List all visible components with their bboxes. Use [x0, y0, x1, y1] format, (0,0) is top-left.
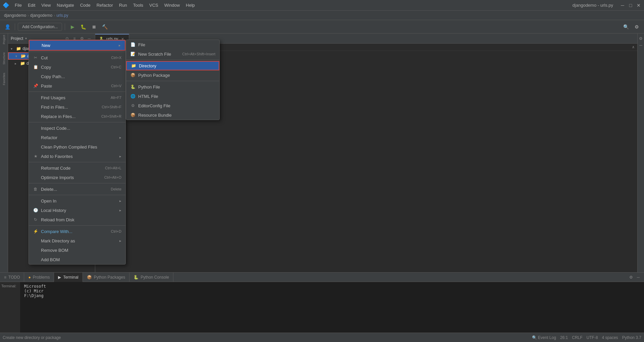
run-button[interactable]: ▶: [68, 22, 77, 32]
ctx-copy-path-label: Copy Path...: [41, 74, 65, 79]
terminal-gear-button[interactable]: ⚙: [628, 274, 634, 280]
ctx-inspect-code[interactable]: Inspect Code...: [29, 123, 125, 133]
status-crlf[interactable]: CRLF: [572, 335, 582, 340]
ctx-add-bom[interactable]: Add BOM: [29, 255, 125, 264]
ctx-clean-python-label: Clean Python Compiled Files: [41, 145, 97, 150]
ctx-copy-path[interactable]: Copy Path...: [29, 72, 125, 81]
ctx-open-in[interactable]: Open In ▸: [29, 196, 125, 206]
status-encoding[interactable]: UTF-8: [587, 335, 598, 340]
status-right: 🔍 Event Log 26:1 CRLF UTF-8 4 spaces Pyt…: [532, 335, 642, 340]
stop-button[interactable]: ⏹: [89, 22, 99, 32]
mark-dir-arrow-icon: ▸: [119, 239, 121, 243]
ctx-reformat[interactable]: Reformat Code Ctrl+Alt+L: [29, 163, 125, 173]
submenu-sep-2: [126, 81, 219, 81]
panel-dropdown-icon[interactable]: ▾: [25, 37, 27, 40]
submenu-directory[interactable]: 📁 Directory: [126, 61, 219, 70]
project-icon[interactable]: Project: [2, 35, 6, 44]
ctx-paste[interactable]: 📌 Paste Ctrl+V: [29, 81, 125, 91]
gear-icon-right[interactable]: ⚙: [639, 36, 643, 41]
toolbar-sep-2: [65, 23, 65, 30]
status-indent[interactable]: 4 spaces: [602, 335, 618, 340]
menu-view[interactable]: View: [39, 2, 53, 8]
history-icon: 🕐: [33, 208, 38, 213]
settings-button[interactable]: ⚙: [632, 22, 641, 32]
ctx-new-label: New: [42, 43, 50, 48]
expand-icon[interactable]: ∧: [632, 45, 635, 49]
minus-icon-right[interactable]: ─: [639, 43, 642, 48]
copy-icon: 📋: [33, 65, 38, 69]
status-bar: Create new directory or package 🔍 Event …: [0, 333, 644, 342]
tree-arrow-app: ▾: [15, 54, 19, 58]
search-everywhere-button[interactable]: 🔍: [621, 22, 631, 32]
tab-python-console[interactable]: 🐍 Python Console: [129, 273, 173, 282]
ctx-remove-bom[interactable]: Remove BOM: [29, 245, 125, 255]
menu-navigate[interactable]: Navigate: [54, 2, 76, 8]
maximize-button[interactable]: □: [628, 3, 633, 8]
ctx-find-usages[interactable]: Find Usages Alt+F7: [29, 93, 125, 102]
breadcrumb-part-2[interactable]: djangodemo: [30, 13, 52, 18]
menu-file[interactable]: File: [12, 2, 24, 8]
ctx-cut[interactable]: ✂ Cut Ctrl+X: [29, 53, 125, 62]
resource-bundle-icon: 📦: [130, 113, 136, 117]
ctx-replace-in-files[interactable]: Replace in Files... Ctrl+Shift+R: [29, 112, 125, 121]
status-event-log[interactable]: 🔍 Event Log: [532, 335, 556, 340]
ctx-add-favorites[interactable]: ★ Add to Favorites ▸: [29, 152, 125, 161]
menu-edit[interactable]: Edit: [25, 2, 38, 8]
toolbar-icon-1[interactable]: 👤: [3, 22, 12, 32]
ctx-mark-directory[interactable]: Mark Directory as ▸: [29, 236, 125, 245]
window-controls: ─ □ ✕: [620, 3, 641, 8]
menu-run[interactable]: Run: [116, 2, 130, 8]
status-message: Create new directory or package: [3, 335, 61, 340]
add-configuration-button[interactable]: Add Configuration...: [18, 23, 62, 31]
toolbar-sep-1: [15, 23, 15, 30]
minimize-button[interactable]: ─: [620, 3, 625, 8]
submenu-python-file[interactable]: 🐍 Python File: [126, 82, 219, 92]
menu-help[interactable]: Help: [183, 2, 198, 8]
breadcrumb-part-3[interactable]: urls.py: [56, 13, 68, 18]
ctx-new[interactable]: New ▸: [29, 40, 125, 51]
ctx-optimize-imports[interactable]: Optimize Imports Ctrl+Alt+O: [29, 173, 125, 182]
breadcrumb-sep-1: ›: [28, 13, 29, 18]
tab-python-packages[interactable]: 📦 Python Packages: [83, 273, 129, 282]
submenu-python-package[interactable]: 📦 Python Package: [126, 70, 219, 80]
menu-vcs[interactable]: VCS: [147, 2, 161, 8]
ctx-delete[interactable]: 🗑 Delete... Delete: [29, 184, 125, 194]
tab-todo[interactable]: ≡ TODO: [0, 273, 24, 282]
ctx-clean-python[interactable]: Clean Python Compiled Files: [29, 142, 125, 152]
ctx-find-in-files[interactable]: Find in Files... Ctrl+Shift+F: [29, 102, 125, 112]
tab-problems[interactable]: ● Problems: [24, 273, 54, 282]
ctx-copy-label: Copy: [41, 65, 51, 70]
ctx-open-in-label: Open In: [41, 198, 56, 204]
breadcrumb-sep-2: ›: [54, 13, 55, 18]
terminal-body: Terminal: Microsoft (c) Micr F:\Djang: [0, 282, 644, 333]
toolbar: 👤 Add Configuration... ▶ 🐛 ⏹ 🔨 🔍 ⚙: [0, 20, 644, 34]
structure-icon[interactable]: Structure: [2, 52, 6, 65]
ctx-refactor[interactable]: Refactor ▸: [29, 133, 125, 142]
terminal-content[interactable]: Microsoft (c) Micr F:\Djang: [20, 282, 644, 333]
submenu-file[interactable]: 📄 File: [126, 40, 219, 49]
tab-terminal[interactable]: ▶ Terminal: [54, 273, 83, 282]
menu-refactor[interactable]: Refactor: [94, 2, 116, 8]
menu-code[interactable]: Code: [77, 2, 93, 8]
status-python[interactable]: Python 3.7: [622, 335, 641, 340]
close-button[interactable]: ✕: [636, 3, 641, 8]
submenu-new-scratch[interactable]: 📝 New Scratch File Ctrl+Alt+Shift+Insert: [126, 49, 219, 59]
ctx-local-history[interactable]: 🕐 Local History ▸: [29, 206, 125, 215]
terminal-side-label: Terminal:: [0, 282, 20, 333]
ctx-copy[interactable]: 📋 Copy Ctrl+C: [29, 62, 125, 72]
favorites-icon[interactable]: Favorites: [2, 73, 6, 85]
submenu-editorconfig[interactable]: ⚙ EditorConfig File: [126, 101, 219, 110]
breadcrumb-part-1[interactable]: djangodemo: [4, 13, 26, 18]
menu-tools[interactable]: Tools: [130, 2, 146, 8]
submenu-resource-bundle[interactable]: 📦 Resource Bundle: [126, 110, 219, 120]
debug-button[interactable]: 🐛: [78, 22, 88, 32]
ctx-reload-from-disk[interactable]: ↻ Reload from Disk: [29, 215, 125, 224]
terminal-minimize-button[interactable]: ─: [635, 274, 641, 280]
submenu-html-file[interactable]: 🌐 HTML File: [126, 92, 219, 101]
favorites-icon-ctx: ★: [33, 154, 38, 159]
menu-window[interactable]: Window: [162, 2, 182, 8]
status-position[interactable]: 26:1: [560, 335, 568, 340]
submenu-resource-bundle-label: Resource Bundle: [138, 113, 172, 118]
build-button[interactable]: 🔨: [100, 22, 109, 32]
ctx-compare-with[interactable]: ⚡ Compare With... Ctrl+D: [29, 227, 125, 236]
